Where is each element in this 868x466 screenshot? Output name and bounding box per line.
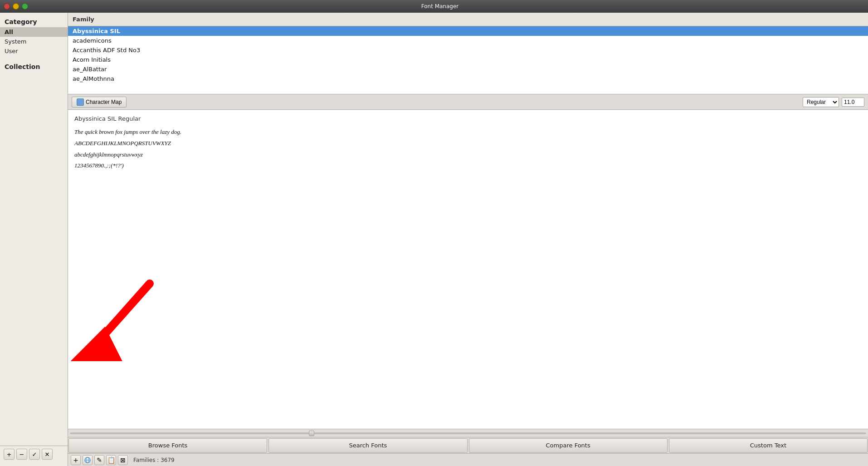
font-preview-area: Abyssinica SIL Regular The quick brown f… [68,110,868,429]
font-list-item[interactable]: academicons [68,36,868,45]
add-font-button[interactable]: + [4,449,15,460]
charmap-bar: Character Map RegularBoldItalicBold Ital… [68,94,868,110]
font-list[interactable]: Abyssinica SIL academicons Accanthis ADF… [68,26,868,94]
search-fonts-tab[interactable]: Search Fonts [268,438,467,453]
remove-font-button[interactable]: − [16,449,27,460]
font-list-item[interactable]: Acorn Initials [68,55,868,64]
preview-slider-area [68,429,868,437]
status-filter-icon[interactable]: ⊠ [118,455,128,465]
character-map-button[interactable]: Character Map [72,97,127,108]
custom-text-tab[interactable]: Custom Text [669,438,868,453]
charmap-button-label: Character Map [86,99,122,105]
status-copy-icon[interactable]: 📋 [106,455,116,465]
families-count: Families : 3679 [133,457,175,463]
window-title: Font Manager [31,3,849,10]
main-panel: Family Abyssinica SIL academicons Accant… [68,13,868,466]
preview-symbols: 1234567890.,:;(*!?') [74,161,862,171]
preview-lowercase: abcdefghijklmnopqrstuvwxyz [74,150,862,160]
sidebar-item-all[interactable]: All [0,27,68,37]
preview-slider-thumb[interactable] [309,431,314,436]
font-list-item[interactable]: Abyssinica SIL [68,26,868,36]
sidebar-bottom-icons: + − ✓ ✕ [0,446,68,462]
charmap-icon [77,98,84,106]
family-column-header: Family [73,16,94,23]
font-list-item[interactable]: ae_AlMothnna [68,74,868,83]
close-button[interactable] [4,3,10,10]
preview-pangram: The quick brown fox jumps over the lazy … [74,128,862,137]
compare-fonts-tab[interactable]: Compare Fonts [469,438,668,453]
preview-slider-track [70,432,866,434]
browse-fonts-tab[interactable]: Browse Fonts [68,438,267,453]
font-preview-title: Abyssinica SIL Regular [74,115,862,122]
statusbar: + ✎ 📋 ⊠ Families : 3679 [68,453,868,466]
status-edit-icon[interactable]: ✎ [94,455,104,465]
cancel-button[interactable]: ✕ [42,449,53,460]
status-web-icon[interactable] [83,455,93,465]
font-list-item[interactable]: Accanthis ADF Std No3 [68,45,868,55]
titlebar: Font Manager [0,0,868,13]
font-size-input[interactable] [842,98,864,107]
font-style-select[interactable]: RegularBoldItalicBold Italic [803,97,839,107]
status-add-icon[interactable]: + [71,455,81,465]
font-preview-content: The quick brown fox jumps over the lazy … [74,128,862,171]
collection-title: Collection [0,61,68,72]
minimize-button[interactable] [13,3,19,10]
sidebar-item-user[interactable]: User [0,46,68,56]
font-list-item[interactable]: ae_AlBattar [68,64,868,74]
sidebar: Category All System User Collection + − … [0,13,68,466]
app-body: Category All System User Collection + − … [0,13,868,466]
sidebar-item-system[interactable]: System [0,37,68,46]
category-title: Category [0,16,68,27]
apply-button[interactable]: ✓ [29,449,40,460]
font-list-header: Family [68,13,868,26]
bottom-toolbar: Browse Fonts Search Fonts Compare Fonts … [68,437,868,453]
maximize-button[interactable] [22,3,28,10]
preview-uppercase: ABCDEFGHIJKLMNOPQRSTUVWXYZ [74,139,862,148]
